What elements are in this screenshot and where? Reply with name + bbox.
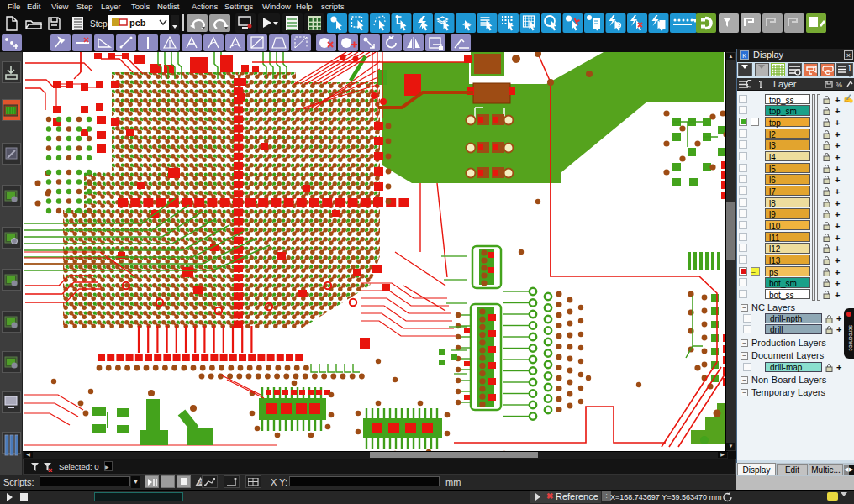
- svg-text:<>: <>: [462, 20, 472, 29]
- svg-text:%: %: [836, 81, 842, 89]
- svg-text:pcb: pcb: [129, 18, 146, 28]
- svg-text:Step: Step: [90, 19, 108, 29]
